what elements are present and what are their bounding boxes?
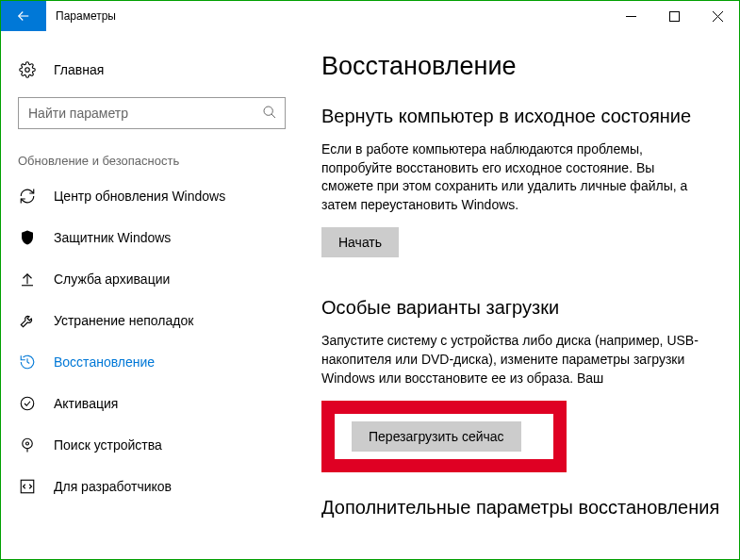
sidebar-item-label: Устранение неполадок [54,313,193,328]
svg-point-3 [21,397,34,410]
sidebar-home-label: Главная [54,62,104,77]
sidebar-item-windows-update[interactable]: Центр обновления Windows [1,175,303,217]
more-recovery-heading: Дополнительные параметры восстановления [321,497,720,519]
window-title: Параметры [46,1,116,31]
svg-point-2 [264,107,272,115]
sidebar: Главная Найти параметр Обновление и безо… [1,31,303,559]
reset-description: Если в работе компьютера наблюдаются про… [321,140,708,214]
sidebar-item-troubleshoot[interactable]: Устранение неполадок [1,300,303,341]
main-content: Восстановление Вернуть компьютер в исход… [303,31,739,559]
sidebar-item-label: Защитник Windows [54,230,171,245]
search-placeholder: Найти параметр [28,106,262,121]
page-title: Восстановление [321,52,720,81]
sidebar-item-label: Восстановление [54,354,155,370]
sidebar-item-label: Служба архивации [54,272,170,287]
shield-icon [18,228,37,247]
highlight-annotation: Перезагрузить сейчас [321,401,567,472]
titlebar: Параметры [1,1,739,31]
sidebar-item-find-device[interactable]: Поиск устройства [1,424,303,466]
sidebar-item-defender[interactable]: Защитник Windows [1,217,303,258]
svg-point-4 [23,438,33,449]
sidebar-item-backup[interactable]: Служба архивации [1,258,303,300]
svg-point-1 [25,68,30,73]
search-input[interactable]: Найти параметр [18,97,286,129]
upload-icon [18,270,37,288]
restart-now-button[interactable]: Перезагрузить сейчас [352,421,521,452]
sidebar-home[interactable]: Главная [1,50,303,90]
sidebar-item-label: Поиск устройства [54,437,162,453]
sidebar-item-label: Для разработчиков [54,479,172,494]
maximize-button[interactable] [652,1,696,31]
sync-icon [18,187,37,206]
wrench-icon [18,311,37,330]
search-icon [262,105,277,123]
advanced-startup-heading: Особые варианты загрузки [321,297,720,319]
svg-rect-0 [669,11,679,21]
gear-icon [18,60,37,79]
sidebar-item-recovery[interactable]: Восстановление [1,341,303,383]
sidebar-item-developers[interactable]: Для разработчиков [1,466,303,507]
sidebar-section-label: Обновление и безопасность [1,129,303,175]
reset-heading: Вернуть компьютер в исходное состояние [321,106,720,127]
svg-point-5 [26,442,29,445]
close-button[interactable] [696,1,739,31]
sidebar-item-label: Центр обновления Windows [54,189,225,204]
back-button[interactable] [1,1,46,31]
advanced-startup-description: Запустите систему с устройства либо диск… [321,332,708,387]
minimize-button[interactable] [609,1,652,31]
check-circle-icon [18,394,37,413]
reset-start-button[interactable]: Начать [321,227,399,257]
history-icon [18,353,37,371]
code-icon [18,477,37,496]
sidebar-item-activation[interactable]: Активация [1,383,303,424]
sidebar-item-label: Активация [54,396,118,411]
location-icon [18,436,37,454]
